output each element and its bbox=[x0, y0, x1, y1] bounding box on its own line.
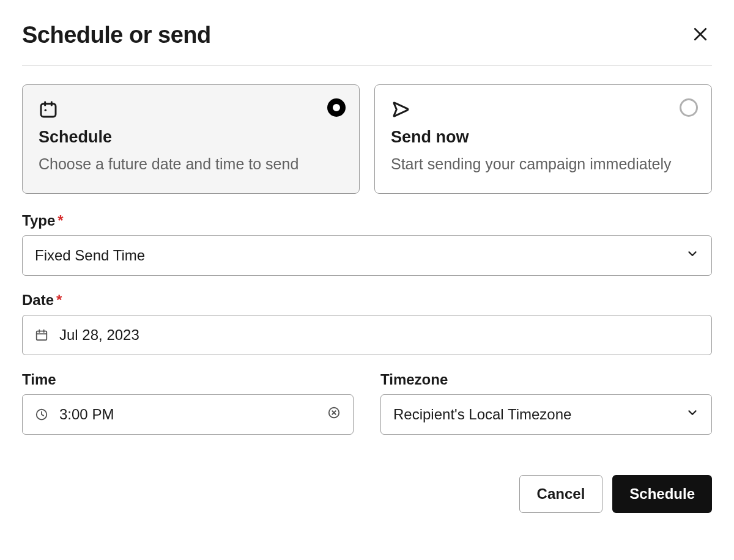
type-select[interactable]: Fixed Send Time bbox=[22, 235, 712, 276]
dialog-header: Schedule or send bbox=[22, 22, 712, 66]
close-button[interactable] bbox=[689, 23, 712, 48]
calendar-icon bbox=[35, 328, 48, 342]
calendar-icon bbox=[39, 100, 58, 119]
dialog-title: Schedule or send bbox=[22, 22, 211, 48]
svg-rect-6 bbox=[37, 331, 47, 340]
option-send-now[interactable]: Send now Start sending your campaign imm… bbox=[374, 84, 712, 194]
cancel-button[interactable]: Cancel bbox=[519, 475, 603, 513]
date-group: Date* Jul 28, 2023 bbox=[22, 292, 712, 355]
time-label: Time bbox=[22, 371, 354, 388]
time-group: Time 3:00 PM bbox=[22, 371, 354, 435]
option-schedule-description: Choose a future date and time to send bbox=[39, 153, 343, 176]
radio-unselected-icon bbox=[680, 98, 698, 117]
required-indicator: * bbox=[56, 292, 62, 308]
type-value: Fixed Send Time bbox=[35, 247, 145, 264]
time-input[interactable]: 3:00 PM bbox=[22, 394, 354, 435]
timezone-label: Timezone bbox=[380, 371, 712, 388]
timezone-group: Timezone Recipient's Local Timezone bbox=[380, 371, 712, 435]
radio-selected-icon bbox=[327, 98, 346, 117]
date-label: Date* bbox=[22, 292, 712, 309]
svg-rect-2 bbox=[41, 104, 56, 117]
clock-icon bbox=[35, 408, 48, 421]
schedule-button[interactable]: Schedule bbox=[612, 475, 712, 513]
option-schedule[interactable]: Schedule Choose a future date and time t… bbox=[22, 84, 360, 194]
timezone-value: Recipient's Local Timezone bbox=[393, 406, 571, 423]
clear-icon bbox=[327, 406, 341, 423]
send-icon bbox=[391, 100, 410, 119]
time-value: 3:00 PM bbox=[59, 406, 114, 423]
svg-point-5 bbox=[45, 109, 46, 111]
chevron-down-icon bbox=[686, 247, 699, 264]
required-indicator: * bbox=[57, 212, 63, 229]
option-schedule-title: Schedule bbox=[39, 128, 343, 147]
chevron-down-icon bbox=[686, 406, 699, 423]
dialog-footer: Cancel Schedule bbox=[22, 475, 712, 513]
clear-time-button[interactable] bbox=[327, 406, 341, 423]
date-input[interactable]: Jul 28, 2023 bbox=[22, 315, 712, 355]
type-label: Type* bbox=[22, 212, 712, 229]
close-icon bbox=[691, 25, 710, 43]
type-group: Type* Fixed Send Time bbox=[22, 212, 712, 276]
send-options: Schedule Choose a future date and time t… bbox=[22, 84, 712, 194]
option-send-now-title: Send now bbox=[391, 128, 695, 147]
option-send-now-description: Start sending your campaign immediately bbox=[391, 153, 695, 176]
date-value: Jul 28, 2023 bbox=[59, 326, 139, 344]
timezone-select[interactable]: Recipient's Local Timezone bbox=[380, 394, 712, 435]
